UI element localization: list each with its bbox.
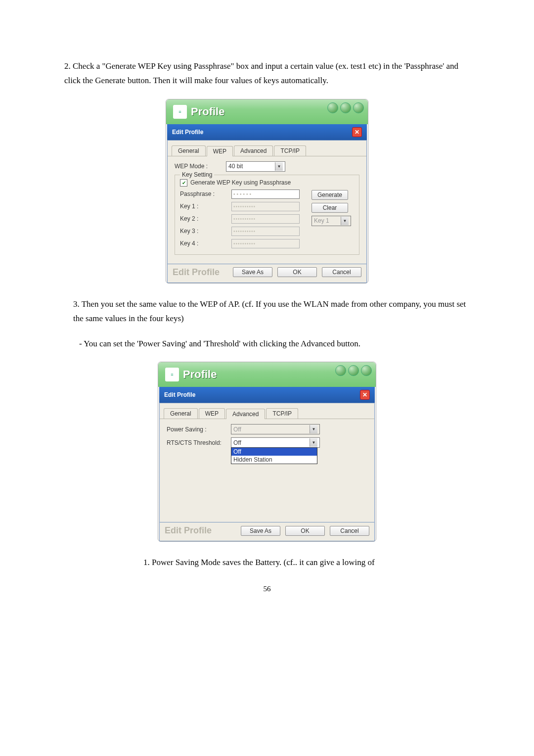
passphrase-input[interactable]: ••••••: [231, 189, 300, 199]
tab-advanced[interactable]: Advanced: [234, 145, 273, 156]
tab-general[interactable]: General: [172, 145, 206, 156]
dialog-header: Edit Profile ✕: [167, 124, 367, 140]
tab-wep[interactable]: WEP: [207, 146, 233, 156]
ok-button[interactable]: OK: [277, 267, 317, 277]
generate-passphrase-label: Generate WEP Key using Passphrase: [190, 179, 291, 186]
key4-input: ••••••••••: [231, 239, 300, 248]
titlebar-close-icon[interactable]: [340, 102, 351, 113]
profile-window-advanced: ≡ Profile Edit Profile ✕ General WEP Adv…: [158, 362, 376, 542]
clear-button[interactable]: Clear: [312, 203, 348, 213]
rts-dropdown-list: Off Hidden Station: [231, 447, 317, 464]
close-icon[interactable]: ✕: [352, 127, 362, 137]
power-saving-select: Off ▼: [231, 424, 320, 434]
profile-window-wep: ≡ Profile Edit Profile ✕ General WEP Adv…: [166, 99, 368, 284]
rts-option-off[interactable]: Off: [231, 448, 317, 456]
titlebar: ≡ Profile: [158, 362, 376, 387]
paragraph-2: 3. Then you set the same value to the WE…: [64, 297, 470, 326]
app-logo-icon: ≡: [173, 105, 187, 119]
dialog-header: Edit Profile ✕: [159, 387, 375, 403]
ok-button[interactable]: OK: [285, 526, 325, 536]
titlebar-close-icon[interactable]: [348, 365, 359, 376]
power-saving-label: Power Saving :: [167, 426, 231, 433]
key3-input: ••••••••••: [231, 227, 300, 236]
titlebar-extra-icon[interactable]: [361, 365, 372, 376]
generate-passphrase-checkbox[interactable]: ✔: [180, 179, 187, 187]
key-number-value: Key 1: [314, 217, 329, 224]
key-setting-legend: Key Setting: [180, 171, 214, 178]
app-logo-icon: ≡: [165, 368, 179, 381]
app-title: Profile: [191, 105, 224, 118]
passphrase-label: Passphrase :: [180, 190, 231, 197]
titlebar-min-icon[interactable]: [327, 102, 338, 113]
tabs: General WEP Advanced TCP/IP: [168, 142, 366, 156]
tab-advanced[interactable]: Advanced: [226, 409, 265, 419]
titlebar: ≡ Profile: [166, 99, 368, 124]
key4-label: Key 4 :: [180, 240, 231, 247]
wep-mode-value: 40 bit: [228, 163, 243, 170]
paragraph-3: - You can set the 'Power Saving' and 'Th…: [64, 337, 470, 351]
save-as-button[interactable]: Save As: [233, 267, 272, 277]
dialog-title: Edit Profile: [164, 391, 195, 398]
chevron-down-icon: ▼: [275, 162, 283, 171]
tab-wep[interactable]: WEP: [199, 408, 225, 419]
tab-tcpip[interactable]: TCP/IP: [274, 145, 306, 156]
titlebar-min-icon[interactable]: [335, 365, 346, 376]
key2-input: ••••••••••: [231, 214, 300, 224]
rts-threshold-label: RTS/CTS Threshold:: [167, 439, 231, 446]
page-number: 56: [64, 585, 470, 593]
chevron-down-icon: ▼: [310, 425, 317, 433]
generate-button[interactable]: Generate: [312, 190, 348, 200]
paragraph-1: 2. Check a "Generate WEP Key using Passp…: [64, 59, 470, 88]
cancel-button[interactable]: Cancel: [322, 267, 361, 277]
rts-threshold-value: Off: [233, 439, 241, 446]
titlebar-extra-icon[interactable]: [353, 102, 364, 113]
rts-threshold-select[interactable]: Off ▼ Off Hidden Station: [231, 437, 320, 448]
paragraph-4: 1. Power Saving Mode saves the Battery. …: [64, 556, 470, 570]
tab-general[interactable]: General: [164, 408, 198, 419]
footer-title: Edit Profile: [173, 267, 220, 278]
key2-label: Key 2 :: [180, 215, 231, 222]
key1-label: Key 1 :: [180, 203, 231, 210]
close-icon[interactable]: ✕: [360, 390, 370, 400]
key-number-select: Key 1 ▼: [312, 216, 351, 226]
power-saving-value: Off: [233, 426, 241, 433]
dialog-title: Edit Profile: [172, 129, 203, 136]
save-as-button[interactable]: Save As: [241, 526, 280, 536]
key1-input: ••••••••••: [231, 202, 300, 211]
footer-title: Edit Profile: [165, 525, 212, 536]
wep-mode-select[interactable]: 40 bit ▼: [226, 161, 285, 172]
app-title: Profile: [183, 368, 217, 381]
key3-label: Key 3 :: [180, 228, 231, 235]
tab-tcpip[interactable]: TCP/IP: [266, 408, 298, 419]
tabs: General WEP Advanced TCP/IP: [160, 405, 374, 419]
key-setting-group: Key Setting ✔ Generate WEP Key using Pas…: [175, 175, 359, 255]
rts-option-hidden[interactable]: Hidden Station: [231, 456, 317, 464]
wep-mode-label: WEP Mode :: [175, 163, 226, 170]
chevron-down-icon: ▼: [310, 438, 317, 447]
cancel-button[interactable]: Cancel: [330, 526, 369, 536]
chevron-down-icon: ▼: [341, 217, 349, 225]
